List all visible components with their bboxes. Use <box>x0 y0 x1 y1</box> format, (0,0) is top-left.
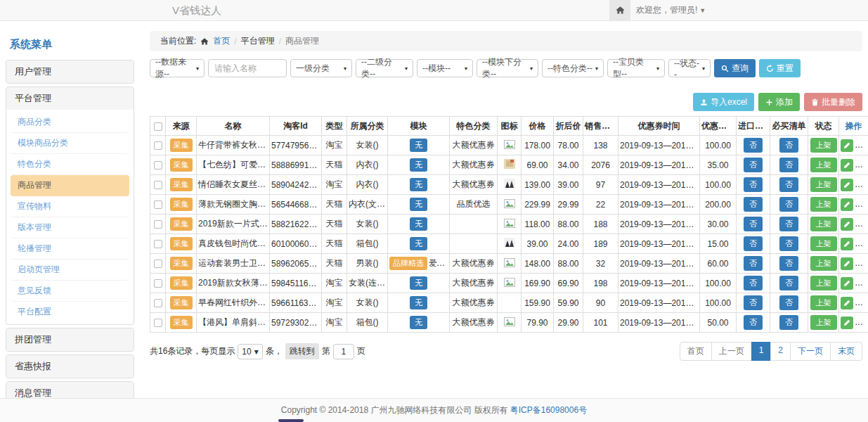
page-button-末页[interactable]: 末页 <box>830 342 862 361</box>
row-select-checkbox[interactable] <box>154 200 162 209</box>
sidebar-subitem-意见反馈[interactable]: 意见反馈 <box>11 281 129 302</box>
sidebar-subitem-商品分类[interactable]: 商品分类 <box>11 112 129 133</box>
import-select-toggle[interactable]: 否 <box>744 217 763 231</box>
module-subcategory-select[interactable]: --模块下分类--▾ <box>477 59 538 77</box>
must-buy-toggle[interactable]: 否 <box>779 138 798 153</box>
must-buy-toggle[interactable]: 否 <box>779 158 798 172</box>
edit-button[interactable] <box>841 198 853 211</box>
edit-button[interactable] <box>841 139 853 152</box>
search-button[interactable]: 查询 <box>714 59 756 77</box>
row-select-checkbox[interactable] <box>154 161 162 170</box>
sales-count: 101 <box>583 313 618 333</box>
edit-button[interactable] <box>841 218 853 231</box>
page-button-首页[interactable]: 首页 <box>680 342 712 361</box>
must-buy-toggle[interactable]: 否 <box>779 197 798 212</box>
per-page-select[interactable]: 10▾ <box>238 344 262 359</box>
page-button-上一页[interactable]: 上一页 <box>711 342 752 361</box>
name-search-input[interactable] <box>208 59 287 77</box>
breadcrumb-home-link[interactable]: 首页 <box>213 35 230 47</box>
import-select-toggle[interactable]: 否 <box>744 158 763 172</box>
module-select[interactable]: --模块--▾ <box>417 59 473 77</box>
edit-button[interactable] <box>841 257 853 270</box>
status-select[interactable]: --状态--▾ <box>668 59 711 77</box>
feature-category-select[interactable]: --特色分类--▾ <box>542 59 604 77</box>
sidebar-subitem-宣传物料[interactable]: 宣传物料 <box>11 196 129 217</box>
import-select-toggle[interactable]: 否 <box>744 177 763 192</box>
price: 39.00 <box>522 234 554 254</box>
sidebar-subitem-商品管理[interactable]: 商品管理 <box>11 175 129 196</box>
import-select-toggle[interactable]: 否 <box>744 236 763 251</box>
icp-link[interactable]: 粤ICP备16098006号 <box>510 404 587 416</box>
status-toggle[interactable]: 上架 <box>810 217 837 231</box>
row-select-checkbox[interactable] <box>154 319 162 327</box>
status-toggle[interactable]: 上架 <box>810 276 837 290</box>
select-all-checkbox[interactable] <box>154 122 162 131</box>
status-toggle[interactable]: 上架 <box>810 315 837 330</box>
status-toggle[interactable]: 上架 <box>810 158 837 172</box>
import-select-toggle[interactable]: 否 <box>744 256 763 271</box>
import-select-toggle[interactable]: 否 <box>744 276 763 290</box>
must-buy-toggle[interactable]: 否 <box>779 177 798 192</box>
sidebar-subitem-版本管理[interactable]: 版本管理 <box>11 217 129 238</box>
page-button-下一页[interactable]: 下一页 <box>790 342 831 361</box>
edit-button[interactable] <box>841 277 853 290</box>
status-toggle[interactable]: 上架 <box>810 197 837 212</box>
status-toggle[interactable]: 上架 <box>810 236 837 251</box>
add-button[interactable]: 添加 <box>758 93 800 111</box>
home-nav-button[interactable] <box>609 0 630 20</box>
import-select-toggle[interactable]: 否 <box>744 138 763 153</box>
import-select-toggle[interactable]: 否 <box>744 295 763 310</box>
row-select-checkbox[interactable] <box>154 220 162 229</box>
level1-category-select[interactable]: 一级分类▾ <box>290 59 352 77</box>
cell-import-select: 否 <box>737 136 770 155</box>
sidebar-item-消息管理[interactable]: 消息管理 <box>6 382 134 398</box>
sidebar-subitem-平台配置[interactable]: 平台配置 <box>11 302 129 322</box>
import-select-toggle[interactable]: 否 <box>744 315 763 330</box>
status-toggle[interactable]: 上架 <box>810 256 837 271</box>
status-toggle[interactable]: 上架 <box>810 177 837 192</box>
row-select-checkbox[interactable] <box>154 181 162 189</box>
status-toggle[interactable]: 上架 <box>810 295 837 310</box>
edit-button[interactable] <box>841 238 853 250</box>
must-buy-toggle[interactable]: 否 <box>779 315 798 330</box>
user-menu[interactable]: 欢迎您，管理员!▼ <box>636 0 706 21</box>
must-buy-toggle[interactable]: 否 <box>779 217 798 231</box>
edit-button[interactable] <box>841 159 853 172</box>
edit-button[interactable] <box>841 316 853 329</box>
jump-to-button[interactable]: 跳转到 <box>285 343 319 359</box>
item-type-select[interactable]: --宝贝类型--▾ <box>607 59 665 77</box>
must-buy-toggle[interactable]: 否 <box>779 236 798 251</box>
cell-select <box>150 293 166 313</box>
level2-category-select[interactable]: --二级分类--▾ <box>356 59 413 77</box>
horizontal-scrollbar-thumb[interactable] <box>278 419 304 422</box>
sidebar-item-用户管理[interactable]: 用户管理 <box>6 60 134 83</box>
import-excel-button[interactable]: 导入excel <box>693 93 754 111</box>
sidebar-item-省惠快报[interactable]: 省惠快报 <box>6 355 134 378</box>
row-select-checkbox[interactable] <box>154 299 162 307</box>
sidebar-subitem-特色分类[interactable]: 特色分类 <box>11 154 129 175</box>
batch-delete-button[interactable]: 批量删除 <box>804 93 862 111</box>
row-select-checkbox[interactable] <box>154 240 162 248</box>
row-select-checkbox[interactable] <box>154 260 162 268</box>
reset-button[interactable]: 重置 <box>759 59 801 77</box>
page-button-2[interactable]: 2 <box>770 342 791 361</box>
page-number-input[interactable] <box>333 344 354 359</box>
status-toggle[interactable]: 上架 <box>810 138 837 153</box>
sidebar-item-平台管理[interactable]: 平台管理 <box>6 87 134 110</box>
must-buy-toggle[interactable]: 否 <box>779 276 798 290</box>
table-row: 采集2019新款一片式系...588216228899天猫女装()无118.00… <box>150 215 868 234</box>
edit-button[interactable] <box>841 179 853 191</box>
sidebar-item-拼团管理[interactable]: 拼团管理 <box>6 328 134 351</box>
page-button-1[interactable]: 1 <box>751 342 772 361</box>
sidebar-subitem-启动页管理[interactable]: 启动页管理 <box>11 260 129 281</box>
row-select-checkbox[interactable] <box>154 279 162 288</box>
sidebar-subitem-轮播管理[interactable]: 轮播管理 <box>11 238 129 260</box>
edit-button[interactable] <box>841 297 853 309</box>
data-source-select[interactable]: --数据来源--▾ <box>150 59 205 77</box>
select-value: --模块下分类-- <box>482 56 527 80</box>
must-buy-toggle[interactable]: 否 <box>779 295 798 310</box>
row-select-checkbox[interactable] <box>154 141 162 150</box>
must-buy-toggle[interactable]: 否 <box>779 256 798 271</box>
import-select-toggle[interactable]: 否 <box>744 197 763 212</box>
sidebar-subitem-模块商品分类[interactable]: 模块商品分类 <box>11 133 129 154</box>
